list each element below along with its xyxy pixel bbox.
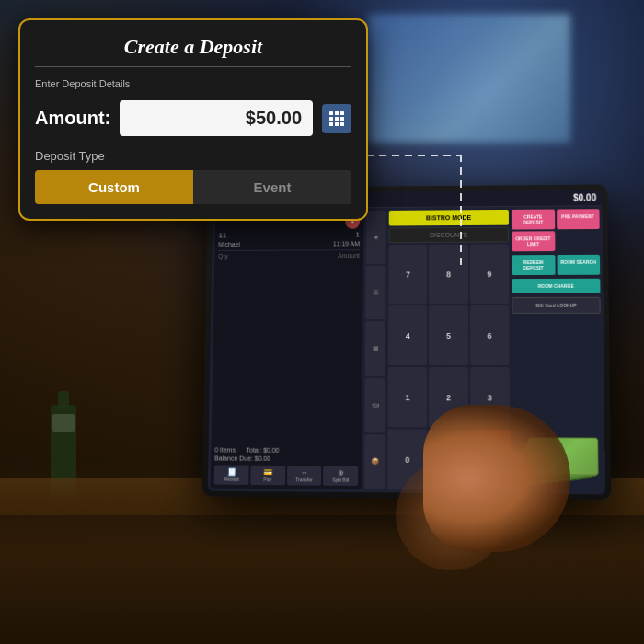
pos-categories-btn[interactable]: ☰: [365, 266, 385, 320]
pos-bistro-mode-btn[interactable]: BISTRO MODE: [389, 210, 509, 226]
modal-amount-input[interactable]: $50.00: [120, 100, 313, 136]
svg-rect-0: [329, 111, 333, 115]
svg-rect-7: [335, 122, 339, 126]
pos-num-6[interactable]: 6: [470, 305, 510, 365]
pos-num-5[interactable]: 5: [429, 305, 468, 365]
connector-line-vertical: [460, 155, 462, 265]
svg-rect-2: [340, 111, 344, 115]
modal-deposit-type-label: Deposit Type: [35, 149, 351, 163]
svg-rect-8: [340, 122, 344, 126]
svg-rect-3: [329, 117, 333, 121]
pos-items-count: 0 Items: [214, 446, 236, 453]
pos-create-deposit-btn[interactable]: CREATE DEPOSIT: [512, 210, 555, 230]
pos-receipt-btn[interactable]: 🧾 Receipt: [214, 465, 249, 484]
modal-type-custom-btn[interactable]: Custom: [35, 170, 193, 204]
modal-amount-label: Amount:: [35, 108, 110, 129]
pos-products-btn[interactable]: 📦: [364, 434, 385, 489]
pos-covers-value: 1: [356, 231, 360, 239]
pos-room-search-btn[interactable]: ROOM SEARCH: [557, 255, 600, 275]
pos-amount-col-label: Amount: [338, 252, 360, 259]
create-deposit-modal: Create a Deposit Enter Deposit Details A…: [18, 18, 368, 221]
pos-num-7[interactable]: 7: [388, 245, 427, 304]
pos-room-charge-btn[interactable]: ROOM CHARGE: [512, 279, 600, 293]
modal-type-buttons: Custom Event: [35, 170, 351, 204]
modal-type-event-btn[interactable]: Event: [193, 170, 351, 204]
pos-order-credit-btn[interactable]: ORDER CREDIT LIMIT: [512, 231, 555, 251]
pos-split-btn[interactable]: ⊕ Split Bill: [323, 466, 358, 486]
modal-keypad-icon[interactable]: [322, 104, 351, 133]
pos-balance-amount: $0.00: [573, 192, 596, 202]
pos-pre-payment-btn[interactable]: PRE PAYMENT: [557, 209, 600, 229]
pos-discounts-btn[interactable]: DISCOUNTS: [389, 227, 510, 244]
pos-balance-due-value: $0.00: [255, 455, 270, 462]
pos-total-label: Total:: [246, 447, 261, 454]
pos-table-value: 11: [218, 232, 226, 240]
pos-pay-btn[interactable]: 💳 Pay: [250, 466, 285, 486]
pos-transfer-btn[interactable]: ↔ Transfer: [287, 466, 322, 486]
pos-num-9[interactable]: 9: [470, 244, 510, 304]
pos-favourites-btn[interactable]: ★: [366, 211, 386, 264]
modal-title: Create a Deposit: [20, 20, 366, 66]
pos-cuisine-btn[interactable]: 🍽: [364, 378, 385, 433]
pos-num-4[interactable]: 4: [388, 305, 427, 365]
svg-rect-5: [340, 117, 344, 121]
pos-redeem-deposit-btn[interactable]: REDEEM DEPOSIT: [512, 255, 555, 275]
pos-gift-card-btn[interactable]: Gift Card LOOKUP: [512, 297, 600, 314]
modal-subtitle: Enter Deposit Details: [35, 78, 351, 89]
pos-total-value: $0.00: [263, 447, 279, 454]
pos-time: 11:19 AM: [333, 240, 360, 247]
pos-num-1[interactable]: 1: [388, 367, 428, 428]
pos-server-name: Michael: [218, 241, 240, 247]
pos-num-8[interactable]: 8: [429, 245, 467, 305]
pos-product-groups-btn[interactable]: ▦: [365, 322, 385, 376]
svg-rect-1: [335, 111, 339, 115]
pos-balance-due-label: Balance Due:: [214, 454, 253, 461]
pos-qty-label: Qty: [218, 253, 228, 259]
svg-rect-6: [329, 122, 333, 126]
svg-rect-4: [335, 117, 339, 121]
